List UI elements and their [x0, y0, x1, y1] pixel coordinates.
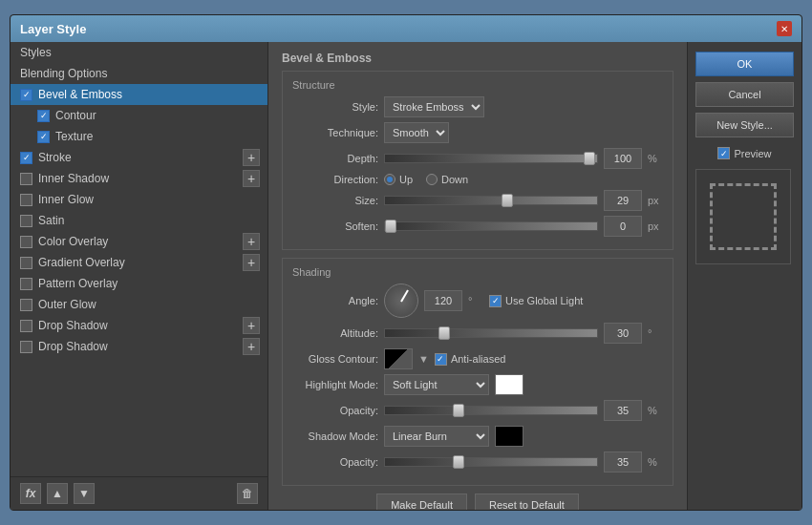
delete-button[interactable]: 🗑 — [237, 483, 258, 504]
center-panel: Bevel & Emboss Structure Style: Stroke E… — [268, 42, 687, 510]
sidebar-item-outer-glow[interactable]: Outer Glow — [11, 294, 267, 315]
inner-shadow-checkbox[interactable] — [20, 173, 32, 185]
shadow-mode-label: Shadow Mode: — [292, 430, 378, 442]
sidebar-item-drop-shadow-1[interactable]: Drop Shadow + — [11, 315, 267, 336]
depth-thumb[interactable] — [584, 152, 595, 165]
style-select[interactable]: Stroke Emboss — [384, 96, 484, 117]
sidebar-item-blending[interactable]: Blending Options — [11, 63, 267, 84]
sidebar-item-inner-glow[interactable]: Inner Glow — [11, 189, 267, 210]
depth-input[interactable] — [604, 148, 642, 169]
close-button[interactable]: ✕ — [777, 21, 792, 36]
altitude-track[interactable] — [384, 328, 598, 338]
gradient-overlay-add-button[interactable]: + — [243, 254, 260, 271]
shadow-opacity-thumb[interactable] — [453, 455, 464, 469]
contour-checkbox[interactable] — [37, 110, 50, 122]
stroke-add-button[interactable]: + — [243, 149, 260, 166]
texture-label: Texture — [55, 130, 93, 143]
gloss-contour-preview[interactable] — [384, 348, 413, 369]
ok-button[interactable]: OK — [695, 52, 794, 76]
highlight-opacity-slider — [384, 406, 598, 415]
reset-to-default-button[interactable]: Reset to Default — [475, 494, 579, 510]
pattern-overlay-checkbox[interactable] — [20, 278, 32, 290]
direction-down-radio[interactable] — [426, 174, 438, 185]
drop-shadow-1-add-button[interactable]: + — [243, 317, 260, 334]
direction-up-option[interactable]: Up — [384, 174, 413, 185]
anti-aliased-container[interactable]: Anti-aliased — [435, 353, 505, 366]
drop-shadow-2-add-button[interactable]: + — [243, 338, 260, 355]
use-global-light-container[interactable]: Use Global Light — [489, 295, 583, 307]
sidebar-item-stroke[interactable]: Stroke + — [11, 147, 267, 168]
technique-select[interactable]: Smooth — [384, 122, 449, 143]
sidebar-item-satin[interactable]: Satin — [11, 210, 267, 231]
move-up-button[interactable]: ▲ — [47, 483, 68, 504]
structure-title: Structure — [292, 79, 663, 91]
make-default-button[interactable]: Make Default — [376, 494, 467, 510]
soften-input[interactable] — [604, 216, 642, 237]
inner-shadow-add-button[interactable]: + — [243, 170, 260, 187]
highlight-opacity-track[interactable] — [384, 406, 598, 415]
anti-aliased-checkbox[interactable] — [435, 353, 447, 366]
inner-glow-checkbox[interactable] — [20, 194, 32, 206]
sidebar-item-bevel-emboss[interactable]: Bevel & Emboss — [11, 84, 267, 105]
soften-track[interactable] — [384, 221, 598, 231]
preview-checkbox[interactable] — [717, 147, 730, 159]
shadow-opacity-input[interactable] — [604, 452, 642, 472]
size-input[interactable] — [604, 190, 642, 211]
shadow-opacity-track[interactable] — [384, 457, 598, 467]
angle-wheel[interactable] — [384, 284, 418, 318]
direction-down-option[interactable]: Down — [426, 174, 468, 185]
highlight-mode-select[interactable]: Soft Light — [384, 374, 489, 395]
size-thumb[interactable] — [502, 194, 513, 207]
highlight-color-swatch[interactable] — [495, 374, 524, 395]
bevel-emboss-checkbox[interactable] — [20, 89, 32, 101]
anti-aliased-label: Anti-aliased — [451, 353, 505, 365]
color-overlay-add-button[interactable]: + — [243, 233, 260, 250]
size-slider-container — [384, 196, 598, 205]
use-global-light-checkbox[interactable] — [489, 295, 502, 307]
sidebar-item-drop-shadow-2[interactable]: Drop Shadow + — [11, 336, 267, 357]
sidebar-item-pattern-overlay[interactable]: Pattern Overlay — [11, 273, 267, 294]
sidebar-item-color-overlay[interactable]: Color Overlay + — [11, 231, 267, 252]
outer-glow-label: Outer Glow — [38, 298, 96, 311]
texture-checkbox[interactable] — [37, 131, 50, 143]
direction-down-label: Down — [441, 174, 468, 185]
stroke-checkbox[interactable] — [20, 152, 32, 164]
satin-checkbox[interactable] — [20, 215, 32, 227]
angle-input[interactable] — [424, 290, 462, 311]
depth-row: Depth: % — [292, 148, 663, 169]
sidebar-item-styles[interactable]: Styles — [11, 42, 267, 63]
direction-up-radio[interactable] — [384, 174, 395, 185]
sidebar-item-texture[interactable]: Texture — [11, 126, 267, 147]
new-style-button[interactable]: New Style... — [695, 113, 794, 137]
sidebar-item-inner-shadow[interactable]: Inner Shadow + — [11, 168, 267, 189]
highlight-opacity-thumb[interactable] — [453, 404, 464, 417]
sidebar-item-contour[interactable]: Contour — [11, 105, 267, 126]
depth-label: Depth: — [292, 153, 378, 164]
drop-shadow-2-checkbox[interactable] — [20, 341, 32, 353]
altitude-input[interactable] — [604, 323, 642, 344]
depth-track[interactable] — [384, 154, 598, 163]
shadow-mode-select[interactable]: Linear Burn — [384, 426, 489, 447]
color-overlay-checkbox[interactable] — [20, 236, 32, 248]
size-track[interactable] — [384, 196, 598, 205]
sidebar-item-gradient-overlay[interactable]: Gradient Overlay + — [11, 252, 267, 273]
shading-title: Shading — [292, 266, 663, 278]
fx-button[interactable]: fx — [20, 483, 41, 504]
size-row: Size: px — [292, 190, 663, 211]
shadow-color-swatch[interactable] — [495, 426, 524, 447]
outer-glow-checkbox[interactable] — [20, 299, 32, 311]
shadow-opacity-row: Opacity: % — [292, 452, 663, 472]
shadow-opacity-slider — [384, 457, 598, 467]
altitude-thumb[interactable] — [438, 326, 450, 340]
gloss-contour-label: Gloss Contour: — [292, 353, 378, 365]
preview-check-container[interactable]: Preview — [695, 147, 794, 159]
highlight-opacity-input[interactable] — [604, 400, 642, 421]
drop-shadow-1-checkbox[interactable] — [20, 320, 32, 332]
dialog-title: Layer Style — [20, 22, 86, 36]
cancel-button[interactable]: Cancel — [695, 82, 794, 107]
gradient-overlay-checkbox[interactable] — [20, 257, 32, 269]
move-down-button[interactable]: ▼ — [74, 483, 95, 504]
gloss-dropdown-arrow[interactable]: ▼ — [418, 353, 429, 365]
soften-thumb[interactable] — [385, 220, 396, 233]
soften-slider-container — [384, 221, 598, 231]
